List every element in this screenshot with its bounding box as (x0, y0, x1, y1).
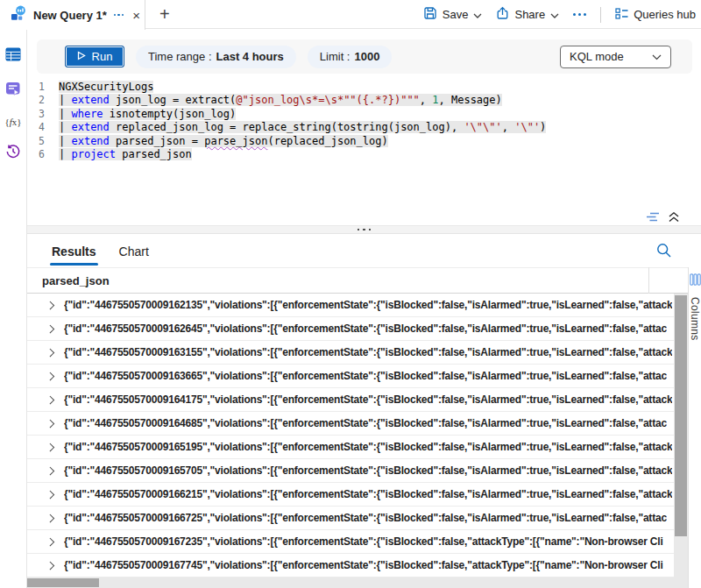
tab-bar: New Query 1* × + Save Share (0, 0, 701, 29)
more-options-icon[interactable] (573, 13, 586, 16)
row-json-text: {"id":"4467550570009162135","violations"… (64, 299, 672, 311)
column-divider[interactable] (648, 267, 649, 294)
row-json-text: {"id":"4467550570009167235","violations"… (64, 535, 663, 548)
queries-hub-label: Queries hub (634, 8, 696, 21)
query-toolbar: Run Time range : Last 4 hours Limit : 10… (37, 39, 692, 74)
run-button[interactable]: Run (65, 46, 124, 67)
row-json-text: {"id":"4467550570009164175","violations"… (64, 393, 672, 406)
share-chevron-down-icon[interactable] (550, 8, 559, 21)
expand-chevron-icon[interactable] (36, 444, 64, 450)
table-row[interactable]: {"id":"4467550570009164685","violations"… (27, 412, 674, 436)
table-row[interactable]: {"id":"4467550570009162645","violations"… (27, 317, 674, 341)
column-header-label: parsed_json (42, 274, 110, 287)
play-icon (77, 50, 86, 63)
share-label: Share (514, 8, 545, 21)
table-row[interactable]: {"id":"4467550570009162135","violations"… (27, 294, 674, 317)
expand-chevron-icon[interactable] (36, 515, 64, 521)
row-json-text: {"id":"4467550570009166215","violations"… (64, 488, 672, 500)
run-label: Run (92, 50, 113, 63)
limit-pill[interactable]: Limit : 1000 (308, 46, 393, 68)
expand-chevron-icon[interactable] (36, 350, 64, 356)
columns-panel-tab[interactable]: Columns (688, 267, 701, 588)
table-row[interactable]: {"id":"4467550570009167235","violations"… (27, 530, 674, 554)
row-json-text: {"id":"4467550570009165705","violations"… (64, 464, 672, 477)
table-row[interactable]: {"id":"4467550570009165195","violations"… (27, 436, 674, 459)
tab-close-icon[interactable]: × (131, 9, 142, 22)
code-text: | project parsed_json (59, 148, 192, 160)
query-editor[interactable]: 1NGXSecurityLogs2| extend json_log = ext… (27, 80, 701, 211)
tab-more-icon[interactable] (114, 14, 124, 17)
code-text: NGXSecurityLogs (59, 81, 153, 93)
row-json-text: {"id":"4467550570009165195","violations"… (64, 441, 672, 453)
tab-results[interactable]: Results (52, 244, 96, 267)
query-tab[interactable]: New Query 1* × (0, 0, 145, 30)
row-json-text: {"id":"4467550570009163155","violations"… (64, 346, 672, 358)
expand-chevron-icon[interactable] (36, 468, 64, 474)
time-range-pill[interactable]: Time range : Last 4 hours (136, 46, 296, 68)
code-text: | extend json_log = extract(@"json_log\s… (59, 94, 502, 106)
column-header-parsed-json[interactable]: parsed_json (27, 267, 688, 294)
search-icon[interactable] (656, 243, 671, 261)
share-button[interactable]: Share (496, 6, 559, 23)
expand-chevron-icon[interactable] (36, 421, 64, 427)
grid-rows: {"id":"4467550570009162135","violations"… (27, 294, 674, 577)
adx-app-icon (11, 5, 26, 25)
queries-hub-icon (615, 8, 628, 22)
time-range-label: Time range : (148, 50, 212, 63)
table-row[interactable]: {"id":"4467550570009163665","violations"… (27, 365, 674, 388)
saved-queries-icon[interactable] (5, 81, 21, 100)
new-tab-button[interactable]: + (154, 3, 175, 26)
kql-mode-select[interactable]: KQL mode (560, 46, 671, 68)
line-number: 5 (27, 135, 59, 147)
line-number: 2 (27, 94, 59, 106)
expand-chevron-icon[interactable] (36, 492, 64, 498)
columns-panel-label: Columns (689, 297, 701, 340)
row-json-text: {"id":"4467550570009162645","violations"… (64, 322, 667, 335)
expand-chevron-icon[interactable] (36, 539, 64, 545)
table-row[interactable]: {"id":"4467550570009166215","violations"… (27, 483, 674, 507)
mode-chevron-down-icon (652, 50, 662, 63)
horizontal-scrollbar-thumb[interactable] (27, 578, 99, 587)
horizontal-scrollbar[interactable] (27, 577, 688, 588)
results-tabs: Results Chart (27, 234, 701, 267)
table-row[interactable]: {"id":"4467550570009164175","violations"… (27, 388, 674, 412)
table-row[interactable]: {"id":"4467550570009167745","violations"… (27, 554, 674, 577)
expand-chevron-icon[interactable] (36, 373, 64, 379)
collapse-panel-icon[interactable] (668, 210, 680, 226)
expand-chevron-icon[interactable] (36, 326, 64, 332)
tables-icon[interactable] (5, 47, 21, 65)
expand-chevron-icon[interactable] (36, 563, 64, 569)
save-button[interactable]: Save (423, 6, 483, 23)
format-lines-icon[interactable] (646, 210, 660, 226)
line-number: 1 (27, 81, 59, 93)
topbar-divider (600, 7, 601, 23)
code-text: | where isnotempty(json_log) (59, 108, 236, 120)
editor-actions (646, 210, 680, 226)
functions-icon[interactable]: {fx} (4, 117, 21, 127)
row-json-text: {"id":"4467550570009166725","violations"… (64, 512, 667, 524)
history-clock-icon[interactable] (5, 144, 21, 163)
save-label: Save (443, 8, 469, 21)
table-row[interactable]: {"id":"4467550570009165705","violations"… (27, 459, 674, 483)
save-chevron-down-icon[interactable] (473, 8, 482, 21)
limit-label: Limit : (320, 50, 350, 63)
topbar-actions: Save Share Queries hub (423, 0, 696, 29)
table-row[interactable]: {"id":"4467550570009163155","violations"… (27, 341, 674, 365)
limit-value: 1000 (354, 50, 379, 63)
expand-chevron-icon[interactable] (36, 397, 64, 403)
row-json-text: {"id":"4467550570009167745","violations"… (64, 559, 663, 571)
code-lines: 1NGXSecurityLogs2| extend json_log = ext… (27, 80, 701, 161)
table-row[interactable]: {"id":"4467550570009166725","violations"… (27, 507, 674, 530)
queries-hub-button[interactable]: Queries hub (615, 8, 696, 22)
row-json-text: {"id":"4467550570009163665","violations"… (64, 370, 667, 382)
panel-splitter[interactable] (27, 225, 701, 234)
expand-chevron-icon[interactable] (36, 302, 64, 308)
vertical-scrollbar-thumb[interactable] (675, 295, 687, 536)
code-line: 6| project parsed_json (27, 148, 701, 162)
line-number: 4 (27, 121, 59, 133)
tab-chart[interactable]: Chart (119, 244, 149, 267)
code-line: 4| extend replaced_json_log = replace_st… (27, 121, 701, 135)
share-icon (496, 6, 509, 23)
vertical-scrollbar[interactable] (674, 294, 688, 577)
code-line: 3| where isnotempty(json_log) (27, 107, 701, 121)
